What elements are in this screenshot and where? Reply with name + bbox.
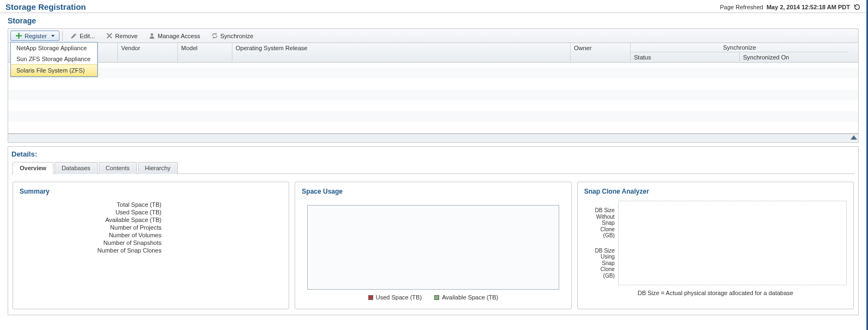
summary-panel: Summary Total Space (TB) Used Space (TB)…: [13, 182, 289, 309]
summary-snapshots: Number of Snapshots: [20, 239, 161, 247]
page-refresh-area: Page Refreshed May 2, 2014 12:52:18 AM P…: [720, 3, 861, 11]
swatch-red-icon: [368, 295, 373, 300]
refresh-timestamp: May 2, 2014 12:52:18 AM PDT: [767, 4, 850, 10]
summary-title: Summary: [20, 188, 282, 195]
col-owner[interactable]: Owner: [570, 43, 630, 62]
col-status[interactable]: Status: [630, 52, 739, 62]
register-dropdown: NetApp Storage Appliance Sun ZFS Storage…: [10, 42, 98, 77]
remove-label: Remove: [115, 33, 137, 39]
register-label: Register: [25, 33, 47, 39]
collapse-up-icon[interactable]: [851, 135, 857, 140]
summary-volumes: Number of Volumes: [20, 231, 161, 239]
col-synced-on[interactable]: Synchronized On: [739, 52, 848, 62]
pencil-icon: [70, 32, 77, 39]
refresh-label: Page Refreshed: [720, 4, 763, 10]
space-usage-legend: Used Space (TB) Available Space (TB): [302, 294, 564, 301]
svg-point-2: [151, 33, 153, 36]
register-menu-solaris-zfs[interactable]: Solaris File System (ZFS): [11, 64, 97, 76]
sync-icon: [211, 32, 218, 39]
summary-projects: Number of Projects: [20, 224, 161, 231]
register-menu-sunzfs[interactable]: Sun ZFS Storage Appliance: [11, 53, 97, 64]
grid-header: Name Vendor Model Operating System Relea…: [8, 43, 858, 63]
snap-clone-footer: DB Size = Actual physical storage alloca…: [584, 290, 847, 296]
tab-databases[interactable]: Databases: [55, 162, 98, 174]
legend-used-label: Used Space (TB): [376, 294, 422, 301]
register-menu-netapp[interactable]: NetApp Storage Appliance: [11, 43, 97, 53]
section-title: Storage: [8, 16, 859, 25]
chevron-down-icon: [51, 35, 55, 37]
synchronize-label: Synchronize: [220, 33, 254, 39]
summary-total-space: Total Space (TB): [20, 201, 161, 208]
snap-clone-panel: Snap Clone Analyzer DB Size Without Snap…: [577, 182, 854, 309]
tab-hierarchy[interactable]: Hierarchy: [138, 162, 178, 174]
storage-grid: Name Vendor Model Operating System Relea…: [8, 43, 859, 143]
summary-available-space: Available Space (TB): [20, 216, 161, 224]
details-tabs: Overview Databases Contents Hierarchy: [11, 161, 855, 174]
page-title: Storage Registration: [5, 2, 86, 11]
grid-footer: [8, 134, 858, 142]
plus-icon: [15, 32, 22, 39]
space-usage-title: Space Usage: [302, 188, 564, 195]
overview-panels: Summary Total Space (TB) Used Space (TB)…: [11, 182, 855, 309]
swatch-green-icon: [434, 295, 439, 300]
manage-access-label: Manage Access: [158, 33, 200, 39]
snap-label-using: DB Size Using Snap Clone (GB): [595, 248, 615, 279]
col-sync-header: Synchronize: [630, 43, 848, 52]
remove-button[interactable]: Remove: [101, 31, 142, 41]
space-usage-chart: [307, 205, 559, 290]
snap-clone-chart-area: DB Size Without Snap Clone (GB) DB Size …: [584, 201, 847, 285]
edit-label: Edit...: [80, 33, 95, 39]
storage-toolbar: Register NetApp Storage Appliance Sun ZF…: [8, 28, 859, 43]
grid-body[interactable]: [8, 63, 858, 134]
snap-clone-title: Snap Clone Analyzer: [584, 188, 847, 195]
svg-rect-1: [16, 35, 22, 36]
tab-contents[interactable]: Contents: [99, 162, 137, 174]
col-vendor[interactable]: Vendor: [117, 43, 177, 62]
space-usage-panel: Space Usage Used Space (TB) Available Sp…: [295, 182, 571, 309]
register-button[interactable]: Register: [10, 31, 59, 41]
edit-button[interactable]: Edit...: [65, 31, 100, 41]
summary-snapclones: Number of Snap Clones: [20, 247, 161, 254]
tab-overview[interactable]: Overview: [13, 162, 53, 174]
legend-used: Used Space (TB): [368, 294, 422, 301]
toolbar-separator: [62, 31, 63, 41]
snap-clone-y-labels: DB Size Without Snap Clone (GB) DB Size …: [584, 201, 615, 285]
col-model[interactable]: Model: [177, 43, 232, 62]
refresh-icon[interactable]: [853, 3, 861, 11]
snap-clone-chart: [618, 201, 847, 285]
snap-label-without: DB Size Without Snap Clone (GB): [595, 207, 615, 239]
synchronize-button[interactable]: Synchronize: [206, 31, 259, 41]
col-sync-group: Synchronize Status Synchronized On: [630, 43, 848, 62]
summary-used-space: Used Space (TB): [20, 208, 161, 216]
user-icon: [148, 32, 155, 39]
col-os-release[interactable]: Operating System Release: [232, 43, 570, 62]
legend-available: Available Space (TB): [434, 294, 498, 301]
top-header: Storage Registration Page Refreshed May …: [0, 0, 866, 13]
details-title: Details:: [11, 150, 855, 158]
summary-list: Total Space (TB) Used Space (TB) Availab…: [20, 201, 161, 254]
page-root: { "header": { "title": "Storage Registra…: [0, 0, 868, 330]
x-icon: [106, 32, 113, 39]
section-header: Storage: [0, 13, 866, 27]
manage-access-button[interactable]: Manage Access: [143, 31, 205, 41]
legend-available-label: Available Space (TB): [442, 294, 498, 301]
details-panel: Details: Overview Databases Contents Hie…: [8, 146, 859, 315]
